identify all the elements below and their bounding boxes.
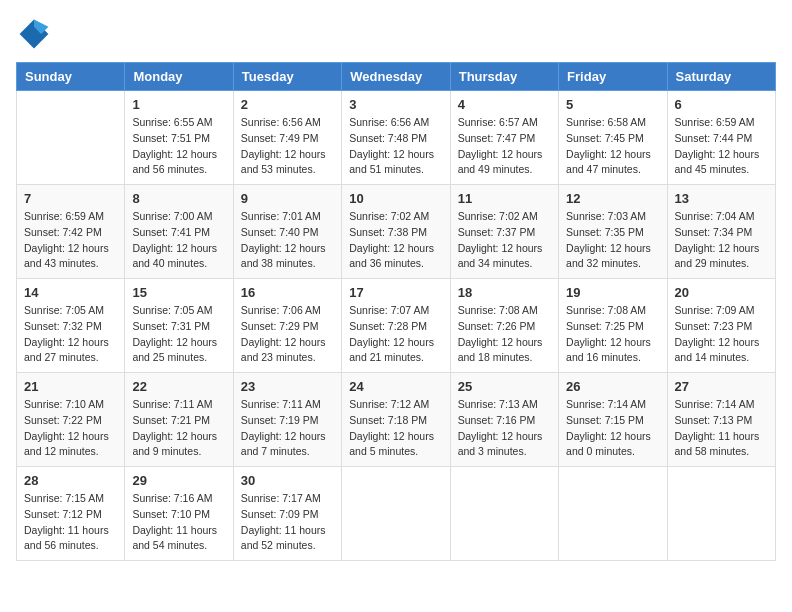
day-number: 16: [241, 285, 334, 300]
day-number: 3: [349, 97, 442, 112]
weekday-header-sunday: Sunday: [17, 63, 125, 91]
calendar-week-5: 28Sunrise: 7:15 AMSunset: 7:12 PMDayligh…: [17, 467, 776, 561]
weekday-header-monday: Monday: [125, 63, 233, 91]
calendar-day-11: 11Sunrise: 7:02 AMSunset: 7:37 PMDayligh…: [450, 185, 558, 279]
day-info: Sunrise: 7:00 AMSunset: 7:41 PMDaylight:…: [132, 209, 225, 272]
calendar-day-1: 1Sunrise: 6:55 AMSunset: 7:51 PMDaylight…: [125, 91, 233, 185]
calendar-week-3: 14Sunrise: 7:05 AMSunset: 7:32 PMDayligh…: [17, 279, 776, 373]
day-number: 8: [132, 191, 225, 206]
calendar-day-12: 12Sunrise: 7:03 AMSunset: 7:35 PMDayligh…: [559, 185, 667, 279]
empty-cell: [559, 467, 667, 561]
day-info: Sunrise: 6:59 AMSunset: 7:44 PMDaylight:…: [675, 115, 768, 178]
day-info: Sunrise: 6:58 AMSunset: 7:45 PMDaylight:…: [566, 115, 659, 178]
calendar-day-30: 30Sunrise: 7:17 AMSunset: 7:09 PMDayligh…: [233, 467, 341, 561]
calendar-day-18: 18Sunrise: 7:08 AMSunset: 7:26 PMDayligh…: [450, 279, 558, 373]
day-info: Sunrise: 7:10 AMSunset: 7:22 PMDaylight:…: [24, 397, 117, 460]
calendar-day-10: 10Sunrise: 7:02 AMSunset: 7:38 PMDayligh…: [342, 185, 450, 279]
day-info: Sunrise: 7:14 AMSunset: 7:13 PMDaylight:…: [675, 397, 768, 460]
day-info: Sunrise: 7:16 AMSunset: 7:10 PMDaylight:…: [132, 491, 225, 554]
page-header: [16, 16, 776, 52]
day-info: Sunrise: 7:01 AMSunset: 7:40 PMDaylight:…: [241, 209, 334, 272]
calendar-day-25: 25Sunrise: 7:13 AMSunset: 7:16 PMDayligh…: [450, 373, 558, 467]
day-info: Sunrise: 7:12 AMSunset: 7:18 PMDaylight:…: [349, 397, 442, 460]
day-number: 9: [241, 191, 334, 206]
day-number: 22: [132, 379, 225, 394]
day-number: 26: [566, 379, 659, 394]
day-number: 11: [458, 191, 551, 206]
day-info: Sunrise: 7:05 AMSunset: 7:31 PMDaylight:…: [132, 303, 225, 366]
day-info: Sunrise: 7:02 AMSunset: 7:38 PMDaylight:…: [349, 209, 442, 272]
day-info: Sunrise: 7:07 AMSunset: 7:28 PMDaylight:…: [349, 303, 442, 366]
day-number: 25: [458, 379, 551, 394]
day-number: 15: [132, 285, 225, 300]
day-number: 27: [675, 379, 768, 394]
calendar-day-16: 16Sunrise: 7:06 AMSunset: 7:29 PMDayligh…: [233, 279, 341, 373]
calendar-day-28: 28Sunrise: 7:15 AMSunset: 7:12 PMDayligh…: [17, 467, 125, 561]
calendar-day-19: 19Sunrise: 7:08 AMSunset: 7:25 PMDayligh…: [559, 279, 667, 373]
day-info: Sunrise: 7:08 AMSunset: 7:25 PMDaylight:…: [566, 303, 659, 366]
calendar-day-21: 21Sunrise: 7:10 AMSunset: 7:22 PMDayligh…: [17, 373, 125, 467]
calendar-week-4: 21Sunrise: 7:10 AMSunset: 7:22 PMDayligh…: [17, 373, 776, 467]
calendar-day-4: 4Sunrise: 6:57 AMSunset: 7:47 PMDaylight…: [450, 91, 558, 185]
day-number: 24: [349, 379, 442, 394]
day-info: Sunrise: 7:11 AMSunset: 7:21 PMDaylight:…: [132, 397, 225, 460]
day-number: 4: [458, 97, 551, 112]
calendar-day-23: 23Sunrise: 7:11 AMSunset: 7:19 PMDayligh…: [233, 373, 341, 467]
day-info: Sunrise: 7:13 AMSunset: 7:16 PMDaylight:…: [458, 397, 551, 460]
calendar-day-29: 29Sunrise: 7:16 AMSunset: 7:10 PMDayligh…: [125, 467, 233, 561]
logo: [16, 16, 58, 52]
day-number: 23: [241, 379, 334, 394]
calendar-day-24: 24Sunrise: 7:12 AMSunset: 7:18 PMDayligh…: [342, 373, 450, 467]
weekday-header-thursday: Thursday: [450, 63, 558, 91]
weekday-header-friday: Friday: [559, 63, 667, 91]
calendar-day-15: 15Sunrise: 7:05 AMSunset: 7:31 PMDayligh…: [125, 279, 233, 373]
day-info: Sunrise: 7:17 AMSunset: 7:09 PMDaylight:…: [241, 491, 334, 554]
day-number: 28: [24, 473, 117, 488]
day-number: 19: [566, 285, 659, 300]
calendar-day-22: 22Sunrise: 7:11 AMSunset: 7:21 PMDayligh…: [125, 373, 233, 467]
calendar-day-3: 3Sunrise: 6:56 AMSunset: 7:48 PMDaylight…: [342, 91, 450, 185]
empty-cell: [667, 467, 775, 561]
day-number: 7: [24, 191, 117, 206]
day-number: 18: [458, 285, 551, 300]
day-info: Sunrise: 7:03 AMSunset: 7:35 PMDaylight:…: [566, 209, 659, 272]
empty-cell: [450, 467, 558, 561]
day-info: Sunrise: 7:11 AMSunset: 7:19 PMDaylight:…: [241, 397, 334, 460]
weekday-header-saturday: Saturday: [667, 63, 775, 91]
empty-cell: [342, 467, 450, 561]
calendar-day-5: 5Sunrise: 6:58 AMSunset: 7:45 PMDaylight…: [559, 91, 667, 185]
day-info: Sunrise: 6:59 AMSunset: 7:42 PMDaylight:…: [24, 209, 117, 272]
calendar-week-1: 1Sunrise: 6:55 AMSunset: 7:51 PMDaylight…: [17, 91, 776, 185]
day-info: Sunrise: 7:14 AMSunset: 7:15 PMDaylight:…: [566, 397, 659, 460]
day-info: Sunrise: 7:09 AMSunset: 7:23 PMDaylight:…: [675, 303, 768, 366]
day-info: Sunrise: 7:15 AMSunset: 7:12 PMDaylight:…: [24, 491, 117, 554]
logo-icon: [16, 16, 52, 52]
day-number: 29: [132, 473, 225, 488]
day-number: 10: [349, 191, 442, 206]
calendar-week-2: 7Sunrise: 6:59 AMSunset: 7:42 PMDaylight…: [17, 185, 776, 279]
day-info: Sunrise: 6:57 AMSunset: 7:47 PMDaylight:…: [458, 115, 551, 178]
day-number: 6: [675, 97, 768, 112]
weekday-header-wednesday: Wednesday: [342, 63, 450, 91]
calendar-day-26: 26Sunrise: 7:14 AMSunset: 7:15 PMDayligh…: [559, 373, 667, 467]
day-number: 2: [241, 97, 334, 112]
day-number: 30: [241, 473, 334, 488]
day-info: Sunrise: 7:05 AMSunset: 7:32 PMDaylight:…: [24, 303, 117, 366]
weekday-header-row: SundayMondayTuesdayWednesdayThursdayFrid…: [17, 63, 776, 91]
day-number: 13: [675, 191, 768, 206]
day-info: Sunrise: 7:08 AMSunset: 7:26 PMDaylight:…: [458, 303, 551, 366]
day-info: Sunrise: 6:55 AMSunset: 7:51 PMDaylight:…: [132, 115, 225, 178]
weekday-header-tuesday: Tuesday: [233, 63, 341, 91]
day-info: Sunrise: 7:06 AMSunset: 7:29 PMDaylight:…: [241, 303, 334, 366]
day-number: 17: [349, 285, 442, 300]
calendar-day-9: 9Sunrise: 7:01 AMSunset: 7:40 PMDaylight…: [233, 185, 341, 279]
day-info: Sunrise: 6:56 AMSunset: 7:48 PMDaylight:…: [349, 115, 442, 178]
calendar-day-6: 6Sunrise: 6:59 AMSunset: 7:44 PMDaylight…: [667, 91, 775, 185]
day-number: 1: [132, 97, 225, 112]
day-number: 12: [566, 191, 659, 206]
day-info: Sunrise: 6:56 AMSunset: 7:49 PMDaylight:…: [241, 115, 334, 178]
calendar-day-14: 14Sunrise: 7:05 AMSunset: 7:32 PMDayligh…: [17, 279, 125, 373]
day-number: 14: [24, 285, 117, 300]
calendar-day-27: 27Sunrise: 7:14 AMSunset: 7:13 PMDayligh…: [667, 373, 775, 467]
calendar: SundayMondayTuesdayWednesdayThursdayFrid…: [16, 62, 776, 561]
